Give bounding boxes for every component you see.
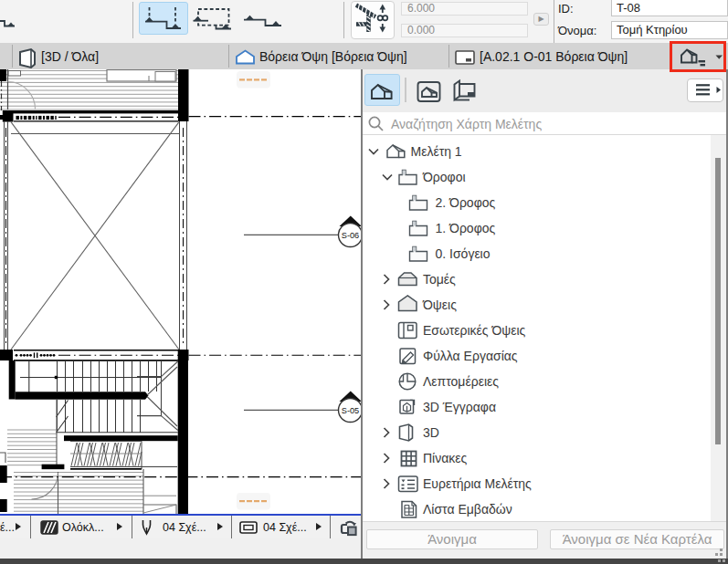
svg-text:S-05: S-05 [342,406,359,415]
svg-text:S-06: S-06 [342,231,359,240]
